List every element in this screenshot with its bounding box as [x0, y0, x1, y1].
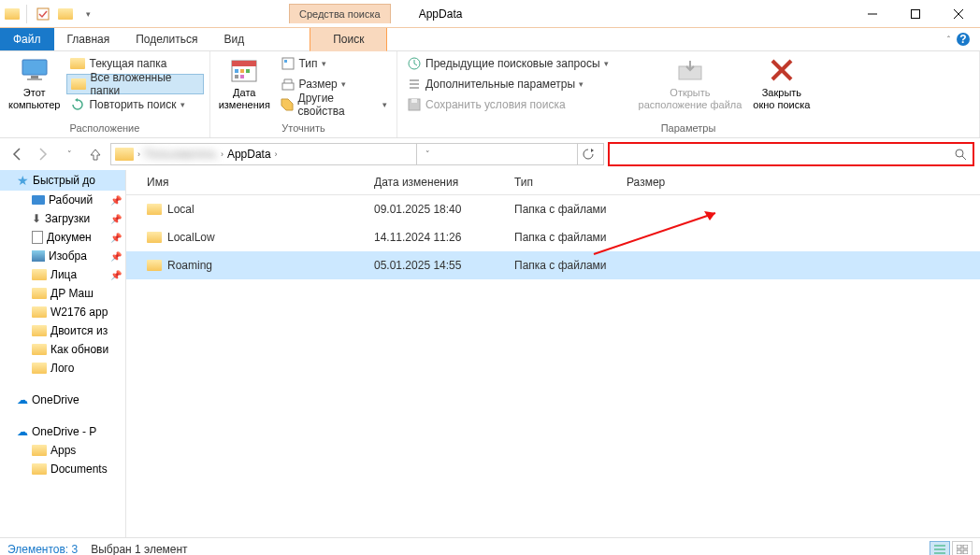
breadcrumb-appdata[interactable]: AppData [227, 148, 271, 161]
col-type[interactable]: Тип [505, 170, 617, 194]
sidebar-onedrive[interactable]: ☁OneDrive [0, 391, 125, 409]
folder-icon [147, 204, 162, 215]
svg-rect-13 [240, 69, 244, 73]
addr-dropdown-icon[interactable]: ˅ [416, 144, 439, 164]
col-size[interactable]: Размер [617, 170, 711, 194]
statusbar: Элементов: 3 Выбран 1 элемент [0, 537, 980, 555]
qat-customize-icon[interactable]: ▾ [78, 4, 98, 24]
ribbon-tabs: Файл Главная Поделиться Вид Поиск ˆ ? [0, 28, 980, 51]
close-x-icon [767, 55, 797, 85]
sidebar-item-faces[interactable]: Лица📌 [0, 265, 125, 284]
size-label: Размер [299, 78, 338, 91]
sidebar-downloads[interactable]: ⬇Загрузки📌 [0, 209, 125, 228]
save-search-button[interactable]: Сохранить условия поиска [403, 94, 612, 115]
qat-newfolder-icon[interactable] [55, 4, 76, 24]
calendar-icon [229, 55, 259, 85]
view-icons-button[interactable] [952, 541, 973, 556]
type-button[interactable]: Тип ▾ [277, 53, 391, 74]
address-bar[interactable]: › Пользователь › AppData › ˅ [110, 143, 604, 165]
tab-home[interactable]: Главная [54, 28, 123, 50]
pin-icon: 📌 [110, 195, 122, 206]
maximize-button[interactable] [894, 0, 937, 28]
svg-rect-12 [235, 69, 238, 73]
folder-icon [32, 325, 47, 336]
recent-searches-button[interactable]: Предыдущие поисковые запросы ▾ [403, 53, 612, 74]
folder-app-icon [4, 6, 21, 22]
svg-rect-9 [27, 78, 42, 80]
folder-icon [32, 288, 47, 299]
sidebar-item-documents2[interactable]: Documents [0, 460, 125, 478]
search-again-button[interactable]: Повторить поиск ▾ [66, 94, 204, 115]
other-props-button[interactable]: Другие свойства ▾ [277, 94, 391, 115]
search-box[interactable] [608, 142, 974, 166]
help-icon[interactable]: ? [956, 32, 971, 47]
sidebar-item-howto[interactable]: Как обнови [0, 340, 125, 359]
other-props-label: Другие свойства [298, 92, 379, 118]
sidebar-item-logo[interactable]: Лого [0, 359, 125, 377]
tab-view[interactable]: Вид [210, 28, 257, 50]
sidebar-desktop[interactable]: Рабочий📌 [0, 191, 125, 209]
sidebar-item-dvoitsa[interactable]: Двоится из [0, 321, 125, 340]
sidebar-pictures[interactable]: Изобра📌 [0, 247, 125, 265]
svg-rect-11 [232, 61, 256, 66]
up-button[interactable] [84, 143, 107, 165]
file-size [617, 232, 711, 243]
open-folder-icon [675, 55, 705, 85]
advanced-options-button[interactable]: Дополнительные параметры ▾ [403, 74, 612, 94]
search-input[interactable] [615, 148, 954, 161]
back-button[interactable] [6, 143, 28, 165]
col-date[interactable]: Дата изменения [365, 170, 505, 194]
tab-file[interactable]: Файл [0, 28, 54, 50]
status-count: Элементов: 3 [7, 543, 78, 556]
refresh-button[interactable] [577, 144, 599, 164]
svg-rect-18 [284, 60, 287, 63]
all-subfolders-button[interactable]: Все вложенные папки [66, 74, 204, 94]
table-row[interactable]: LocalLow14.11.2024 11:26Папка с файлами [126, 223, 980, 251]
qat-properties-icon[interactable] [33, 4, 53, 24]
recent-searches-label: Предыдущие поисковые запросы [425, 57, 600, 70]
col-name[interactable]: Имя [126, 170, 365, 194]
sidebar-quick-access[interactable]: ★Быстрый до [0, 170, 125, 191]
this-pc-button[interactable]: Этот компьютер [6, 53, 63, 113]
window-title: AppData [419, 7, 463, 21]
date-modified-button[interactable]: Дата изменения [216, 53, 273, 113]
close-search-button[interactable]: Закрыть окно поиска [749, 53, 814, 113]
search-icon[interactable] [954, 148, 967, 161]
sidebar-item-w2176[interactable]: W2176 app [0, 303, 125, 321]
view-details-button[interactable] [930, 541, 950, 556]
file-name: Roaming [167, 259, 212, 272]
forward-button[interactable] [32, 143, 54, 165]
save-icon [407, 97, 422, 112]
close-button[interactable] [937, 0, 980, 28]
pin-icon: 📌 [110, 270, 122, 280]
open-location-button[interactable]: Открыть расположение файла [635, 53, 746, 113]
svg-rect-35 [957, 545, 961, 548]
folder-icon [147, 260, 162, 271]
svg-rect-2 [912, 9, 920, 18]
breadcrumb-user[interactable]: Пользователь [144, 148, 217, 161]
download-icon: ⬇ [32, 212, 41, 225]
pin-icon: 📌 [110, 251, 122, 262]
ribbon: Этот компьютер Текущая папка Все вложенн… [0, 51, 980, 138]
ribbon-collapse-icon[interactable]: ˆ [947, 35, 950, 44]
svg-line-30 [962, 156, 966, 160]
folder-icon [32, 463, 47, 475]
table-row[interactable]: Local09.01.2025 18:40Папка с файлами [126, 195, 980, 223]
history-dropdown-button[interactable]: ˅ [58, 143, 80, 165]
sidebar-item-dr[interactable]: ДР Маш [0, 284, 125, 303]
svg-rect-19 [282, 83, 294, 90]
svg-rect-8 [31, 76, 38, 78]
sidebar-item-apps[interactable]: Apps [0, 441, 125, 460]
date-modified-label: Дата изменения [219, 87, 270, 111]
file-list: Имя Дата изменения Тип Размер Local09.01… [126, 170, 980, 537]
advanced-options-label: Дополнительные параметры [425, 78, 575, 91]
sidebar: ★Быстрый до Рабочий📌 ⬇Загрузки📌 Докумен📌… [0, 170, 126, 537]
minimize-button[interactable] [851, 0, 894, 28]
table-row[interactable]: Roaming05.01.2025 14:55Папка с файлами [126, 251, 980, 279]
sidebar-documents[interactable]: Докумен📌 [0, 228, 125, 247]
open-location-label: Открыть расположение файла [639, 87, 742, 111]
sidebar-onedrive-personal[interactable]: ☁OneDrive - P [0, 422, 125, 441]
tab-search[interactable]: Поиск [310, 28, 387, 51]
file-name: LocalLow [167, 231, 215, 244]
tab-share[interactable]: Поделиться [122, 28, 210, 50]
